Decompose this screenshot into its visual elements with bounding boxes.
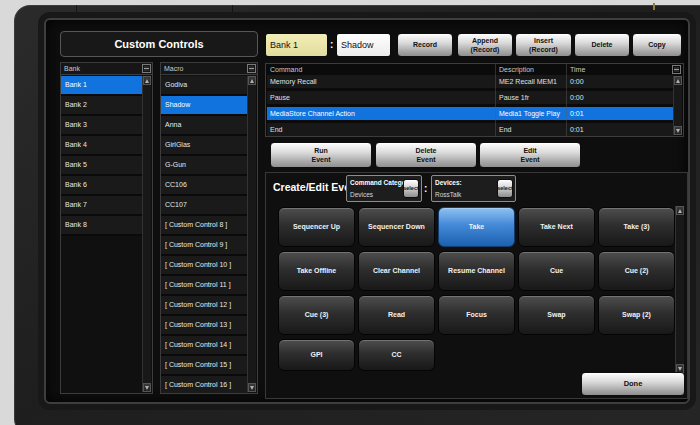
macro-list-scrollbar[interactable] [247,76,256,392]
macro-name-field[interactable]: Shadow [336,33,391,57]
bank-item-bank-4[interactable]: Bank 4 [61,136,143,156]
devices-combo: Devices: RossTalk select [431,175,516,202]
grid-button-take-3[interactable]: Take (3) [598,207,675,247]
grid-button-swap-2[interactable]: Swap (2) [598,295,675,335]
cell-description: Pause 1fr [499,91,529,104]
grid-button-take-next[interactable]: Take Next [518,207,595,247]
cell-time: 0:01 [570,123,584,136]
macro-item-g-gun[interactable]: G-Gun [161,156,248,176]
macro-list-header: Macro [161,63,257,75]
name-separator: : [330,39,333,50]
macro-item-custom-control-10[interactable]: [ Custom Control 10 ] [161,256,248,276]
event-row-mediastore-channel-action[interactable]: MediaStore Channel ActionMedia1 Toggle P… [267,107,674,120]
bank-item-bank-6[interactable]: Bank 6 [61,176,143,196]
macro-item-custom-control-9[interactable]: [ Custom Control 9 ] [161,236,248,256]
scroll-up-icon[interactable] [143,76,151,85]
macro-item-cc106[interactable]: CC106 [161,176,248,196]
grid-button-resume-channel[interactable]: Resume Channel [438,251,515,291]
combo-separator: : [424,183,427,194]
column-header-description: Description [499,65,534,75]
bank-item-bank-2[interactable]: Bank 2 [61,96,143,116]
devices-select-button[interactable]: select [497,179,513,198]
cell-time: 0:00 [570,75,584,88]
bank-item-bank-7[interactable]: Bank 7 [61,196,143,216]
create-edit-panel: Create/Edit Event: Command Category: Dev… [265,172,688,399]
copy-button[interactable]: Copy [632,33,682,57]
macro-item-anna[interactable]: Anna [161,116,248,136]
grid-button-cc[interactable]: CC [358,339,435,371]
cell-time: 0:01 [570,107,584,120]
run-event-button[interactable]: Run Event [270,142,372,168]
scroll-down-icon[interactable] [674,126,682,135]
macro-item-custom-control-8[interactable]: [ Custom Control 8 ] [161,216,248,236]
insert-record-button[interactable]: Insert (Record) [515,33,572,57]
bank-name-field[interactable]: Bank 1 [265,33,328,57]
bank-list: Bank Bank 1Bank 2Bank 3Bank 4Bank 5Bank … [60,62,153,394]
event-table: Command Description Time Memory RecallME… [265,63,684,137]
column-header-command: Command [270,65,302,75]
event-row-pause[interactable]: PausePause 1fr0:00 [267,91,674,104]
delete-button[interactable]: Delete [574,33,630,57]
record-button[interactable]: Record [397,33,453,57]
macro-item-godiva[interactable]: Godiva [161,76,248,96]
grid-button-focus[interactable]: Focus [438,295,515,335]
cell-command: Pause [270,91,290,104]
edit-event-button[interactable]: Edit Event [479,142,581,168]
macro-item-custom-control-16[interactable]: [ Custom Control 16 ] [161,376,248,393]
event-row-end[interactable]: EndEnd0:01 [267,123,674,136]
grid-button-cue[interactable]: Cue [518,251,595,291]
grid-button-swap[interactable]: Swap [518,295,595,335]
macro-list-header-label: Macro [164,65,183,72]
grid-button-take[interactable]: Take [438,207,515,247]
table-options-icon[interactable] [672,65,681,74]
grid-button-take-offline[interactable]: Take Offline [278,251,355,291]
macro-item-custom-control-15[interactable]: [ Custom Control 15 ] [161,356,248,376]
grid-button-gpi[interactable]: GPI [278,339,355,371]
grid-button-clear-channel[interactable]: Clear Channel [358,251,435,291]
macro-item-custom-control-14[interactable]: [ Custom Control 14 ] [161,336,248,356]
column-divider [495,64,496,136]
macro-list-body: GodivaShadowAnnaGirlGlasG-GunCC106CC107[… [161,76,248,393]
macro-item-cc107[interactable]: CC107 [161,196,248,216]
command-category-combo: Command Category: Devices select [346,175,422,202]
macro-item-custom-control-11[interactable]: [ Custom Control 11 ] [161,276,248,296]
cell-description: ME2 Recall MEM1 [499,75,557,88]
list-options-icon[interactable] [247,64,256,73]
cell-command: End [270,123,282,136]
macro-list: Macro GodivaShadowAnnaGirlGlasG-GunCC106… [160,62,258,394]
switcher-panel: Custom Controls Bank Bank 1Bank 2Bank 3B… [0,0,700,425]
list-options-icon[interactable] [142,64,151,73]
bank-item-bank-1[interactable]: Bank 1 [61,76,143,96]
grid-button-cue-2[interactable]: Cue (2) [598,251,675,291]
delete-event-button[interactable]: Delete Event [375,142,477,168]
column-header-time: Time [570,65,585,75]
status-led [653,3,655,10]
macro-item-custom-control-12[interactable]: [ Custom Control 12 ] [161,296,248,316]
cell-time: 0:00 [570,91,584,104]
event-table-scrollbar[interactable] [673,76,682,135]
macro-item-custom-control-13[interactable]: [ Custom Control 13 ] [161,316,248,336]
command-grid-scrollbar[interactable] [675,206,684,373]
event-row-memory-recall[interactable]: Memory RecallME2 Recall MEM10:00 [267,75,674,88]
bank-list-scrollbar[interactable] [142,76,151,392]
macro-item-shadow[interactable]: Shadow [161,96,248,116]
done-button[interactable]: Done [581,372,685,396]
command-category-select-button[interactable]: select [403,179,419,198]
scroll-up-icon[interactable] [674,76,682,85]
append-record-button[interactable]: Append (Record) [457,33,513,57]
screen-content: Custom Controls Bank Bank 1Bank 2Bank 3B… [46,20,688,402]
grid-button-cue-3[interactable]: Cue (3) [278,295,355,335]
scroll-down-icon[interactable] [248,383,256,392]
grid-button-read[interactable]: Read [358,295,435,335]
bank-item-bank-3[interactable]: Bank 3 [61,116,143,136]
command-category-value: Devices [350,191,373,198]
bank-item-bank-8[interactable]: Bank 8 [61,216,143,236]
macro-item-girlglas[interactable]: GirlGlas [161,136,248,156]
devices-label: Devices: [435,179,462,186]
scroll-up-icon[interactable] [676,206,684,215]
scroll-up-icon[interactable] [248,76,256,85]
bank-item-bank-5[interactable]: Bank 5 [61,156,143,176]
grid-button-sequencer-down[interactable]: Sequencer Down [358,207,435,247]
scroll-down-icon[interactable] [143,383,151,392]
grid-button-sequencer-up[interactable]: Sequencer Up [278,207,355,247]
